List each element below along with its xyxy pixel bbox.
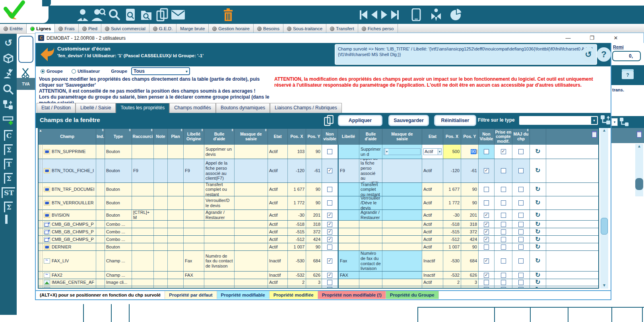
cell-r-maj[interactable] bbox=[512, 159, 530, 182]
sum-icon[interactable]: Σ bbox=[4, 202, 12, 212]
cell-r-nonvis[interactable] bbox=[479, 196, 495, 209]
cell-r-libelle[interactable] bbox=[338, 279, 359, 286]
cell-r-posx[interactable]: 1 828 bbox=[443, 286, 461, 289]
cell-r-libelle[interactable] bbox=[338, 210, 359, 220]
chevron-down-icon[interactable]: ▾ bbox=[611, 118, 618, 126]
module-tab-frais[interactable]: Frais bbox=[55, 24, 79, 33]
cell-r-bulle[interactable] bbox=[359, 243, 382, 250]
checkbox[interactable] bbox=[484, 258, 489, 264]
link-fields-icon[interactable] bbox=[600, 115, 611, 125]
cell-r-posx[interactable]: 1 677 bbox=[443, 183, 461, 196]
revert-row-icon[interactable]: ↺ bbox=[535, 186, 540, 193]
revert-row-icon[interactable]: ↺ bbox=[535, 243, 540, 250]
column-header[interactable]: Pos. Y bbox=[461, 129, 479, 145]
table-row[interactable]: BTN_TOOL_FICHE_IBoutonF9F9Appel de la fi… bbox=[39, 159, 598, 183]
cell-r-posy[interactable]: 90 bbox=[461, 196, 479, 209]
checkbox[interactable] bbox=[327, 287, 332, 289]
cell-r-libelle[interactable]: Fax bbox=[338, 251, 359, 271]
close-button[interactable]: ✕ bbox=[612, 35, 620, 41]
cell-r-bulle[interactable]: Transfert complet ou restant bbox=[359, 183, 382, 196]
cell-r-prise[interactable] bbox=[495, 279, 512, 286]
sum-icon[interactable]: Σ bbox=[4, 173, 12, 184]
table-row[interactable]: BTN_TRF_DOCUMEIBoutonTransfert complet o… bbox=[39, 183, 598, 196]
cell-r-prise[interactable] bbox=[495, 159, 512, 182]
cell-r-libelle[interactable] bbox=[338, 286, 359, 289]
client-search-icon[interactable] bbox=[91, 7, 107, 23]
row-drag-handle[interactable] bbox=[40, 221, 43, 227]
cell-r-etat[interactable]: Actif bbox=[422, 183, 443, 196]
cell-r-libelle[interactable] bbox=[338, 243, 359, 250]
cell-r-bulle[interactable] bbox=[359, 272, 382, 279]
checkbox[interactable] bbox=[327, 187, 332, 192]
sort-icon[interactable]: ⇕ bbox=[526, 129, 529, 132]
row-drag-handle[interactable] bbox=[40, 272, 43, 278]
cell-r-etat[interactable]: Actif bbox=[422, 286, 443, 289]
sort-icon[interactable]: ⇕ bbox=[128, 129, 131, 132]
cell-r-nonvis[interactable] bbox=[479, 210, 495, 220]
link-fields-icon[interactable] bbox=[2, 99, 14, 111]
folder-search-icon[interactable] bbox=[138, 7, 154, 23]
cell-r-libelle[interactable] bbox=[338, 228, 359, 235]
cell-r-nonvis[interactable] bbox=[479, 159, 495, 182]
cell-r-posy[interactable]: 318 bbox=[461, 221, 479, 228]
cell-r-etat[interactable]: Actif bbox=[422, 196, 443, 209]
cell-r-posx[interactable]: -30 bbox=[443, 210, 461, 220]
cell-r-masque[interactable] bbox=[382, 243, 422, 250]
cell-r-nonvis[interactable] bbox=[479, 145, 495, 159]
row-drag-handle[interactable] bbox=[40, 210, 43, 220]
cell-r-masque[interactable] bbox=[382, 272, 422, 279]
cell-nonvis[interactable] bbox=[322, 210, 338, 220]
cell-undo[interactable]: ↺ bbox=[530, 279, 546, 286]
cell-undo[interactable]: ↺ bbox=[530, 145, 546, 159]
person-link-icon[interactable] bbox=[428, 7, 444, 23]
sum-icon[interactable]: Σ bbox=[4, 144, 12, 155]
checkbox[interactable] bbox=[518, 200, 524, 206]
scrollbar-thumb[interactable] bbox=[601, 218, 608, 235]
property-tab-0[interactable]: Etat / Position bbox=[37, 103, 76, 113]
last-record-icon[interactable] bbox=[391, 10, 399, 19]
table-scrollbar[interactable]: ▲ ▼ bbox=[600, 128, 608, 289]
module-tab-g-e-d-[interactable]: G.E.D. bbox=[149, 24, 177, 33]
revert-row-icon[interactable]: ↺ bbox=[535, 221, 540, 228]
groupe-select[interactable]: Tous ▾ bbox=[131, 67, 190, 75]
revert-row-icon[interactable]: ↺ bbox=[535, 199, 540, 206]
cell-r-posx[interactable]: -515 bbox=[443, 228, 461, 235]
cell-r-etat[interactable]: Actif bbox=[422, 228, 443, 235]
tva-tab[interactable]: TVA bbox=[17, 78, 35, 90]
cell-r-nonvis[interactable] bbox=[479, 228, 495, 235]
cell-nonvis[interactable] bbox=[322, 145, 338, 159]
revert-row-icon[interactable]: ↺ bbox=[535, 279, 540, 286]
cell-r-nonvis[interactable] bbox=[479, 286, 495, 289]
cell-r-posx[interactable]: -530 bbox=[443, 251, 461, 271]
first-record-icon[interactable] bbox=[360, 10, 367, 19]
module-tab-suivi-commercial[interactable]: Suivi commercial bbox=[101, 24, 149, 33]
trash-icon[interactable] bbox=[220, 7, 236, 23]
worker-icon[interactable] bbox=[2, 68, 14, 80]
table-row[interactable]: IMAGE_LANCEUR_AImage cli...Actif1 8281Ac… bbox=[39, 286, 598, 289]
filter-type-select[interactable]: ▾ bbox=[519, 116, 598, 125]
column-header[interactable]: Pos. X bbox=[288, 129, 306, 145]
column-header[interactable]: Note bbox=[154, 129, 168, 145]
row-drag-handle[interactable] bbox=[40, 229, 43, 235]
property-tab-5[interactable]: Liaisons Champs / Rubriques bbox=[270, 103, 342, 113]
module-tab-transfert[interactable]: Transfert bbox=[326, 24, 358, 33]
cell-r-etat[interactable]: Actif bbox=[422, 210, 443, 220]
column-header[interactable]: Ind.⇕ bbox=[96, 129, 105, 145]
cell-r-nonvis[interactable] bbox=[479, 236, 495, 243]
row-drag-handle[interactable] bbox=[40, 183, 43, 196]
cell-r-bulle[interactable]: Verrouiller/Déve le devis bbox=[359, 196, 382, 209]
checkbox[interactable] bbox=[327, 273, 332, 278]
checkbox[interactable] bbox=[327, 280, 332, 285]
column-header[interactable]: Pos. Y bbox=[306, 129, 322, 145]
revert-row-icon[interactable]: ↺ bbox=[535, 228, 540, 235]
cell-undo[interactable]: ↺ bbox=[530, 243, 546, 250]
paste-icon[interactable] bbox=[637, 131, 642, 138]
revert-row-icon[interactable]: ↺ bbox=[535, 272, 540, 279]
cell-nonvis[interactable] bbox=[322, 236, 338, 243]
module-tab-ent-te[interactable]: Entête bbox=[0, 24, 27, 33]
insert-line-icon[interactable] bbox=[2, 114, 14, 126]
table-row[interactable]: CMB_GB_CHMPS_PCombo ...Actif-518318Actif… bbox=[39, 221, 598, 228]
cell-r-prise[interactable] bbox=[495, 183, 512, 196]
checkbox[interactable] bbox=[518, 273, 524, 278]
cell-r-bulle[interactable] bbox=[359, 279, 382, 286]
